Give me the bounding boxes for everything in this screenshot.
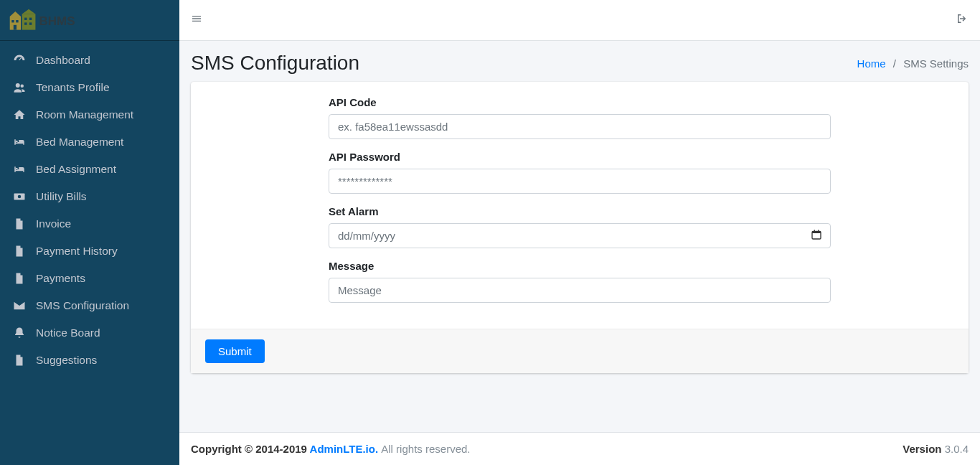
sidebar-item-label: Tenants Profile xyxy=(36,81,110,94)
bed-icon xyxy=(11,163,27,176)
breadcrumb-current: SMS Settings xyxy=(903,57,969,70)
sidebar-item-label: Payments xyxy=(36,272,85,285)
svg-marker-1 xyxy=(10,11,21,17)
api-code-label: API Code xyxy=(329,96,831,108)
set-alarm-label: Set Alarm xyxy=(329,205,831,217)
sidebar-item-utility[interactable]: Utility Bills xyxy=(0,183,179,210)
card-footer: Submit xyxy=(191,329,969,373)
sidebar-item-sms[interactable]: SMS Configuration xyxy=(0,292,179,319)
api-password-input[interactable] xyxy=(329,169,831,194)
form-card: API Code API Password Set Alarm xyxy=(191,82,969,373)
signout-icon[interactable] xyxy=(956,12,969,28)
sidebar-item-label: Bed Assignment xyxy=(36,163,116,176)
sidebar-item-label: SMS Configuration xyxy=(36,299,129,312)
sidebar-item-label: Bed Management xyxy=(36,136,123,149)
svg-marker-6 xyxy=(22,9,36,14)
sidebar-item-dashboard[interactable]: Dashboard xyxy=(0,47,179,74)
breadcrumb-home[interactable]: Home xyxy=(857,57,886,70)
breadcrumb-sep: / xyxy=(893,57,896,70)
envelope-icon xyxy=(11,299,27,312)
svg-rect-2 xyxy=(11,20,14,22)
file-icon xyxy=(11,272,27,285)
svg-rect-4 xyxy=(14,25,17,30)
bell-icon xyxy=(11,327,27,339)
message-label: Message xyxy=(329,260,831,272)
footer-copyright: Copyright © 2014-2019 xyxy=(191,443,310,455)
bed-icon xyxy=(11,136,27,149)
footer-version-label: Version xyxy=(903,443,941,455)
dashboard-icon xyxy=(11,54,27,67)
svg-point-14 xyxy=(18,195,22,199)
breadcrumb: Home / SMS Settings xyxy=(857,57,969,70)
sidebar-item-label: Suggestions xyxy=(36,354,97,367)
api-password-label: API Password xyxy=(329,151,831,163)
sidebar-item-label: Dashboard xyxy=(36,54,90,67)
svg-rect-8 xyxy=(29,18,32,20)
footer-version: 3.0.4 xyxy=(941,443,969,455)
brand-logo: BHMS xyxy=(9,8,82,32)
sidebar-item-notice[interactable]: Notice Board xyxy=(0,319,179,347)
file-icon xyxy=(11,245,27,258)
file-icon xyxy=(11,354,27,367)
set-alarm-input[interactable] xyxy=(329,223,831,248)
footer-rights: All rights reserved. xyxy=(381,443,470,455)
nav: Dashboard Tenants Profile Room Managemen… xyxy=(0,41,179,380)
svg-rect-9 xyxy=(24,22,27,24)
svg-rect-3 xyxy=(16,20,18,22)
svg-point-11 xyxy=(16,83,20,88)
svg-rect-7 xyxy=(24,18,27,20)
sidebar: BHMS Dashboard Tenants Profile Room Mana… xyxy=(0,0,179,465)
sidebar-item-tenants[interactable]: Tenants Profile xyxy=(0,74,179,101)
brand-text: BHMS xyxy=(39,14,75,28)
footer-brand-link[interactable]: AdminLTE.io. xyxy=(310,443,379,455)
file-icon xyxy=(11,217,27,230)
sidebar-item-label: Utility Bills xyxy=(36,190,87,203)
sidebar-item-label: Room Management xyxy=(36,108,133,121)
topbar xyxy=(179,0,980,41)
sidebar-item-label: Notice Board xyxy=(36,327,100,339)
message-input[interactable] xyxy=(329,278,831,303)
content-header: SMS Configuration Home / SMS Settings xyxy=(179,41,980,82)
page-title: SMS Configuration xyxy=(191,52,359,75)
sidebar-item-label: Invoice xyxy=(36,217,71,230)
users-icon xyxy=(11,81,27,94)
sidebar-item-payhist[interactable]: Payment History xyxy=(0,238,179,265)
money-icon xyxy=(11,190,27,203)
svg-rect-5 xyxy=(22,14,36,30)
home-icon xyxy=(11,108,27,121)
sidebar-item-bed-assign[interactable]: Bed Assignment xyxy=(0,156,179,183)
sidebar-item-room[interactable]: Room Management xyxy=(0,101,179,128)
sidebar-item-bed-mgmt[interactable]: Bed Management xyxy=(0,128,179,156)
footer: Copyright © 2014-2019 AdminLTE.io. All r… xyxy=(179,432,980,465)
sidebar-item-label: Payment History xyxy=(36,245,118,258)
svg-point-12 xyxy=(21,85,24,88)
submit-button[interactable]: Submit xyxy=(205,339,265,363)
sidebar-item-suggest[interactable]: Suggestions xyxy=(0,347,179,374)
sidebar-item-invoice[interactable]: Invoice xyxy=(0,210,179,238)
brand[interactable]: BHMS xyxy=(0,0,179,41)
svg-rect-10 xyxy=(29,22,32,24)
sidebar-item-payments[interactable]: Payments xyxy=(0,265,179,292)
menu-toggle-icon[interactable] xyxy=(191,13,202,27)
api-code-input[interactable] xyxy=(329,114,831,139)
